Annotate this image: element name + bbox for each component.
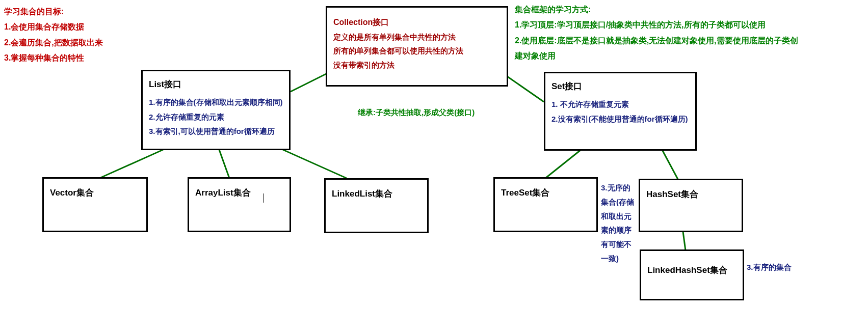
inherit-annotation: 继承:子类共性抽取,形成父类(接口) bbox=[358, 108, 475, 118]
svg-line-1 bbox=[507, 76, 544, 102]
set-line-1: 1. 不允许存储重复元素 bbox=[551, 97, 689, 112]
set-title: Set接口 bbox=[551, 80, 689, 92]
list-box: List接口 1.有序的集合(存储和取出元素顺序相同) 2.允许存储重复的元素 … bbox=[141, 70, 291, 150]
set-box: Set接口 1. 不允许存储重复元素 2.没有索引(不能使用普通的for循环遍历… bbox=[544, 72, 697, 151]
svg-line-2 bbox=[99, 150, 163, 178]
linkedhashset-title: LinkedHashSet集合 bbox=[647, 264, 737, 276]
study-method-item-2: 2.使用底层:底层不是接口就是抽象类,无法创建对象使用,需要使用底层的子类创建对… bbox=[515, 33, 800, 64]
list-title: List接口 bbox=[149, 78, 283, 90]
hashset-title: HashSet集合 bbox=[646, 188, 735, 200]
treeset-box: TreeSet集合 bbox=[493, 177, 598, 232]
list-line-2: 2.允许存储重复的元素 bbox=[149, 110, 283, 125]
svg-line-4 bbox=[283, 150, 347, 178]
collection-line-2: 所有的单列集合都可以使用共性的方法 bbox=[333, 44, 501, 58]
goals-title: 学习集合的目标: bbox=[4, 4, 103, 19]
collection-line-3: 没有带索引的方法 bbox=[333, 58, 501, 72]
study-method-title: 集合框架的学习方式: bbox=[515, 2, 800, 17]
svg-line-5 bbox=[545, 150, 581, 178]
goals-item-2: 2.会遍历集合,把数据取出来 bbox=[4, 35, 103, 50]
list-line-3: 3.有索引,可以使用普通的for循环遍历 bbox=[149, 124, 283, 139]
text-cursor-icon bbox=[264, 193, 264, 203]
linkedhashset-note: 3.有序的集合 bbox=[747, 260, 792, 274]
hashset-box: HashSet集合 bbox=[639, 179, 743, 232]
vector-box: Vector集合 bbox=[42, 177, 148, 232]
goals-item-1: 1.会使用集合存储数据 bbox=[4, 19, 103, 35]
set-line-2: 2.没有索引(不能使用普通的for循环遍历) bbox=[551, 112, 689, 127]
linkedlist-box: LinkedList集合 bbox=[324, 178, 429, 233]
svg-line-6 bbox=[663, 151, 678, 179]
svg-line-3 bbox=[219, 150, 229, 178]
study-method: 集合框架的学习方式: 1.学习顶层:学习顶层接口/抽象类中共性的方法,所有的子类… bbox=[515, 2, 800, 64]
collection-line-1: 定义的是所有单列集合中共性的方法 bbox=[333, 30, 501, 44]
collection-box: Collection接口 定义的是所有单列集合中共性的方法 所有的单列集合都可以… bbox=[326, 6, 508, 87]
linkedhashset-box: LinkedHashSet集合 bbox=[640, 249, 744, 300]
goals-item-3: 3.掌握每种集合的特性 bbox=[4, 50, 103, 66]
svg-line-0 bbox=[291, 74, 326, 92]
treeset-title: TreeSet集合 bbox=[501, 187, 590, 199]
hashset-note: 3.无序的集合(存储和取出元素的顺序有可能不一致) bbox=[601, 181, 638, 266]
list-line-1: 1.有序的集合(存储和取出元素顺序相同) bbox=[149, 95, 283, 110]
linkedlist-title: LinkedList集合 bbox=[332, 188, 421, 200]
study-method-item-1: 1.学习顶层:学习顶层接口/抽象类中共性的方法,所有的子类都可以使用 bbox=[515, 17, 800, 33]
svg-line-7 bbox=[683, 232, 686, 250]
collection-title: Collection接口 bbox=[333, 15, 501, 30]
arraylist-title: ArrayList集合 bbox=[195, 187, 283, 199]
arraylist-box: ArrayList集合 bbox=[188, 177, 291, 232]
learning-goals: 学习集合的目标: 1.会使用集合存储数据 2.会遍历集合,把数据取出来 3.掌握… bbox=[4, 4, 103, 66]
vector-title: Vector集合 bbox=[50, 187, 140, 199]
